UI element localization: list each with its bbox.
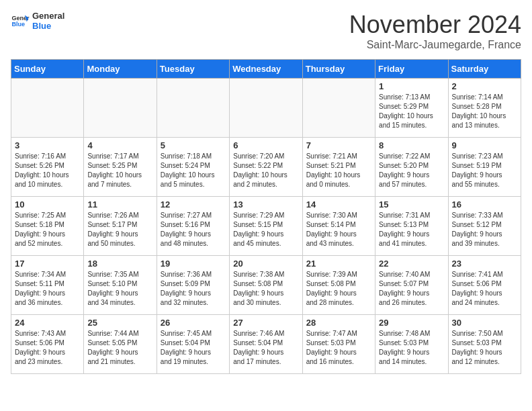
day-number: 29 xyxy=(379,318,444,328)
day-detail: Sunrise: 7:44 AM Sunset: 5:05 PM Dayligh… xyxy=(87,329,152,367)
day-detail: Sunrise: 7:26 AM Sunset: 5:17 PM Dayligh… xyxy=(87,211,152,248)
day-detail: Sunrise: 7:21 AM Sunset: 5:21 PM Dayligh… xyxy=(306,152,371,189)
day-number: 9 xyxy=(452,140,517,150)
day-detail: Sunrise: 7:36 AM Sunset: 5:09 PM Dayligh… xyxy=(161,270,226,308)
day-detail: Sunrise: 7:34 AM Sunset: 5:11 PM Dayligh… xyxy=(15,270,80,308)
logo-line2: Blue xyxy=(32,21,64,31)
week-row-1: 1Sunrise: 7:13 AM Sunset: 5:29 PM Daylig… xyxy=(11,79,521,138)
day-number: 5 xyxy=(161,140,226,150)
day-cell: 6Sunrise: 7:20 AM Sunset: 5:22 PM Daylig… xyxy=(230,138,302,197)
week-row-2: 3Sunrise: 7:16 AM Sunset: 5:26 PM Daylig… xyxy=(11,138,521,197)
day-number: 4 xyxy=(87,140,152,150)
day-detail: Sunrise: 7:25 AM Sunset: 5:18 PM Dayligh… xyxy=(15,211,80,248)
header-saturday: Saturday xyxy=(448,60,521,79)
day-cell: 13Sunrise: 7:29 AM Sunset: 5:15 PM Dayli… xyxy=(230,197,302,256)
day-detail: Sunrise: 7:33 AM Sunset: 5:12 PM Dayligh… xyxy=(452,211,517,248)
day-cell: 2Sunrise: 7:14 AM Sunset: 5:28 PM Daylig… xyxy=(448,79,521,138)
day-detail: Sunrise: 7:29 AM Sunset: 5:15 PM Dayligh… xyxy=(233,211,298,248)
day-detail: Sunrise: 7:35 AM Sunset: 5:10 PM Dayligh… xyxy=(87,270,152,308)
day-number: 19 xyxy=(161,259,226,269)
day-detail: Sunrise: 7:23 AM Sunset: 5:19 PM Dayligh… xyxy=(452,152,517,189)
day-cell: 26Sunrise: 7:45 AM Sunset: 5:04 PM Dayli… xyxy=(157,315,229,374)
header-monday: Monday xyxy=(84,60,157,79)
day-detail: Sunrise: 7:27 AM Sunset: 5:16 PM Dayligh… xyxy=(161,211,226,248)
day-cell: 14Sunrise: 7:30 AM Sunset: 5:14 PM Dayli… xyxy=(302,197,375,256)
day-number: 17 xyxy=(15,259,80,269)
day-cell xyxy=(84,79,157,138)
day-cell: 21Sunrise: 7:39 AM Sunset: 5:08 PM Dayli… xyxy=(302,256,375,315)
day-cell xyxy=(11,79,84,138)
day-cell: 29Sunrise: 7:48 AM Sunset: 5:03 PM Dayli… xyxy=(375,315,448,374)
day-detail: Sunrise: 7:45 AM Sunset: 5:04 PM Dayligh… xyxy=(161,329,226,367)
day-detail: Sunrise: 7:38 AM Sunset: 5:08 PM Dayligh… xyxy=(233,270,298,308)
header-wednesday: Wednesday xyxy=(230,60,302,79)
day-detail: Sunrise: 7:30 AM Sunset: 5:14 PM Dayligh… xyxy=(306,211,371,248)
day-number: 8 xyxy=(379,140,444,150)
day-detail: Sunrise: 7:43 AM Sunset: 5:06 PM Dayligh… xyxy=(15,329,80,367)
day-cell: 24Sunrise: 7:43 AM Sunset: 5:06 PM Dayli… xyxy=(11,315,84,374)
day-number: 16 xyxy=(452,199,517,210)
day-number: 3 xyxy=(15,140,80,150)
day-number: 24 xyxy=(15,318,80,328)
logo-line1: General xyxy=(32,11,64,21)
day-cell: 28Sunrise: 7:47 AM Sunset: 5:03 PM Dayli… xyxy=(302,315,375,374)
day-detail: Sunrise: 7:13 AM Sunset: 5:29 PM Dayligh… xyxy=(379,93,444,130)
day-cell: 25Sunrise: 7:44 AM Sunset: 5:05 PM Dayli… xyxy=(84,315,157,374)
day-cell: 23Sunrise: 7:41 AM Sunset: 5:06 PM Dayli… xyxy=(448,256,521,315)
header-row: SundayMondayTuesdayWednesdayThursdayFrid… xyxy=(11,60,521,79)
day-number: 22 xyxy=(379,259,444,269)
day-cell xyxy=(230,79,302,138)
day-cell: 15Sunrise: 7:31 AM Sunset: 5:13 PM Dayli… xyxy=(375,197,448,256)
day-number: 30 xyxy=(452,318,517,328)
day-detail: Sunrise: 7:18 AM Sunset: 5:24 PM Dayligh… xyxy=(161,152,226,189)
day-number: 21 xyxy=(306,259,371,269)
day-number: 13 xyxy=(233,199,298,210)
day-number: 14 xyxy=(306,199,371,210)
svg-text:Blue: Blue xyxy=(11,21,25,28)
week-row-5: 24Sunrise: 7:43 AM Sunset: 5:06 PM Dayli… xyxy=(11,315,521,374)
day-detail: Sunrise: 7:22 AM Sunset: 5:20 PM Dayligh… xyxy=(379,152,444,189)
day-cell: 19Sunrise: 7:36 AM Sunset: 5:09 PM Dayli… xyxy=(157,256,229,315)
day-cell: 9Sunrise: 7:23 AM Sunset: 5:19 PM Daylig… xyxy=(448,138,521,197)
day-detail: Sunrise: 7:41 AM Sunset: 5:06 PM Dayligh… xyxy=(452,270,517,308)
day-number: 26 xyxy=(161,318,226,328)
day-number: 1 xyxy=(379,81,444,91)
logo-icon: General Blue xyxy=(11,11,30,30)
day-cell: 27Sunrise: 7:46 AM Sunset: 5:04 PM Dayli… xyxy=(230,315,302,374)
day-detail: Sunrise: 7:31 AM Sunset: 5:13 PM Dayligh… xyxy=(379,211,444,248)
day-number: 15 xyxy=(379,199,444,210)
day-number: 28 xyxy=(306,318,371,328)
header-friday: Friday xyxy=(375,60,448,79)
day-cell: 7Sunrise: 7:21 AM Sunset: 5:21 PM Daylig… xyxy=(302,138,375,197)
day-number: 25 xyxy=(87,318,152,328)
header-tuesday: Tuesday xyxy=(157,60,229,79)
title-block: November 2024 Saint-Marc-Jaumegarde, Fra… xyxy=(349,11,521,51)
day-detail: Sunrise: 7:50 AM Sunset: 5:03 PM Dayligh… xyxy=(452,329,517,367)
day-cell: 4Sunrise: 7:17 AM Sunset: 5:25 PM Daylig… xyxy=(84,138,157,197)
day-number: 11 xyxy=(87,199,152,210)
day-cell: 1Sunrise: 7:13 AM Sunset: 5:29 PM Daylig… xyxy=(375,79,448,138)
day-cell xyxy=(157,79,229,138)
day-number: 27 xyxy=(233,318,298,328)
day-number: 6 xyxy=(233,140,298,150)
day-detail: Sunrise: 7:16 AM Sunset: 5:26 PM Dayligh… xyxy=(15,152,80,189)
day-cell: 18Sunrise: 7:35 AM Sunset: 5:10 PM Dayli… xyxy=(84,256,157,315)
day-number: 7 xyxy=(306,140,371,150)
day-cell: 10Sunrise: 7:25 AM Sunset: 5:18 PM Dayli… xyxy=(11,197,84,256)
day-cell: 12Sunrise: 7:27 AM Sunset: 5:16 PM Dayli… xyxy=(157,197,229,256)
day-number: 23 xyxy=(452,259,517,269)
day-cell: 3Sunrise: 7:16 AM Sunset: 5:26 PM Daylig… xyxy=(11,138,84,197)
header-thursday: Thursday xyxy=(302,60,375,79)
logo: General Blue General Blue xyxy=(11,11,64,31)
day-detail: Sunrise: 7:48 AM Sunset: 5:03 PM Dayligh… xyxy=(379,329,444,367)
day-cell: 5Sunrise: 7:18 AM Sunset: 5:24 PM Daylig… xyxy=(157,138,229,197)
week-row-4: 17Sunrise: 7:34 AM Sunset: 5:11 PM Dayli… xyxy=(11,256,521,315)
day-cell: 22Sunrise: 7:40 AM Sunset: 5:07 PM Dayli… xyxy=(375,256,448,315)
day-number: 12 xyxy=(161,199,226,210)
location: Saint-Marc-Jaumegarde, France xyxy=(349,39,521,51)
day-cell: 30Sunrise: 7:50 AM Sunset: 5:03 PM Dayli… xyxy=(448,315,521,374)
day-detail: Sunrise: 7:47 AM Sunset: 5:03 PM Dayligh… xyxy=(306,329,371,367)
header-sunday: Sunday xyxy=(11,60,84,79)
day-cell: 17Sunrise: 7:34 AM Sunset: 5:11 PM Dayli… xyxy=(11,256,84,315)
day-detail: Sunrise: 7:40 AM Sunset: 5:07 PM Dayligh… xyxy=(379,270,444,308)
